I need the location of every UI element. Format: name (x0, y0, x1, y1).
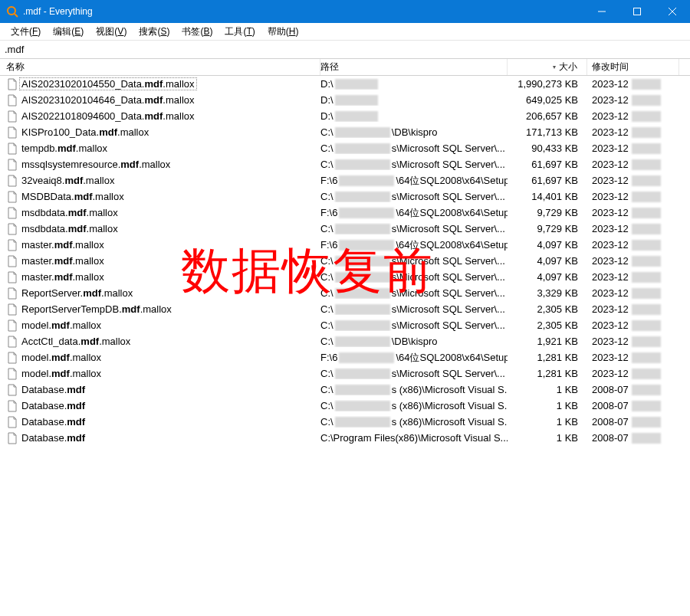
table-row[interactable]: AIS20231020104550_Data.mdf.malloxD:\1,99… (0, 76, 690, 92)
cell-path: C:\s\Microsoft SQL Server\... (320, 271, 508, 283)
file-name: ReportServerTempDB.mdf.mallox (21, 303, 172, 315)
file-name: AIS20231020104550_Data.mdf.mallox (19, 77, 197, 90)
cell-path: F:\6\64位SQL2008\x64\Setup... (320, 351, 508, 365)
file-name: master.mdf.mallox (21, 255, 104, 267)
cell-name: Database.mdf (0, 384, 320, 396)
menu-help[interactable]: 帮助(H) (261, 24, 305, 40)
menu-file[interactable]: 文件(F) (5, 24, 47, 40)
table-row[interactable]: MSDBData.mdf.malloxC:\s\Microsoft SQL Se… (0, 188, 690, 205)
table-row[interactable]: ReportServer.mdf.malloxC:\s\Microsoft SQ… (0, 285, 690, 301)
cell-name: AIS20231020104550_Data.mdf.mallox (0, 77, 320, 90)
svg-line-1 (15, 14, 18, 17)
file-icon (6, 110, 18, 123)
table-row[interactable]: AIS20221018094600_Data.mdf.malloxD:\206,… (0, 108, 690, 124)
menu-view[interactable]: 视图(V) (90, 24, 133, 40)
table-row[interactable]: master.mdf.malloxC:\s\Microsoft SQL Serv… (0, 253, 690, 269)
file-icon (6, 78, 18, 90)
menu-edit[interactable]: 编辑(E) (47, 24, 90, 40)
table-row[interactable]: Database.mdfC:\s (x86)\Microsoft Visual … (0, 382, 690, 398)
cell-size: 1 KB (508, 432, 587, 444)
cell-date: 2023-12 (587, 271, 679, 283)
cell-name: msdbdata.mdf.mallox (0, 223, 320, 235)
file-name: master.mdf.mallox (21, 271, 104, 283)
table-row[interactable]: tempdb.mdf.malloxC:\s\Microsoft SQL Serv… (0, 140, 690, 156)
menu-book[interactable]: 书签(B) (176, 24, 219, 40)
cell-name: MSDBData.mdf.mallox (0, 191, 320, 203)
table-row[interactable]: AcctCtl_data.mdf.malloxC:\\DB\kispro1,92… (0, 333, 690, 349)
cell-date: 2023-12 (587, 352, 679, 363)
table-row[interactable]: mssqlsystemresource.mdf.malloxC:\s\Micro… (0, 156, 690, 172)
cell-size: 9,729 KB (508, 223, 587, 234)
cell-size: 1,990,273 KB (508, 78, 587, 90)
close-button[interactable] (655, 0, 690, 23)
cell-size: 4,097 KB (508, 239, 587, 251)
file-icon (6, 319, 18, 332)
header-size[interactable]: ▾大小 (508, 59, 587, 75)
file-name: ReportServer.mdf.mallox (21, 287, 133, 299)
file-name: tempdb.mdf.mallox (21, 143, 107, 154)
table-row[interactable]: AIS20231020104646_Data.mdf.malloxD:\649,… (0, 92, 690, 108)
cell-date: 2023-12 (587, 175, 679, 186)
file-icon (6, 384, 18, 396)
search-input[interactable] (3, 42, 687, 57)
table-row[interactable]: model.mdf.malloxC:\s\Microsoft SQL Serve… (0, 365, 690, 382)
table-row[interactable]: Database.mdfC:\s (x86)\Microsoft Visual … (0, 398, 690, 414)
file-icon (6, 239, 18, 251)
table-row[interactable]: master.mdf.malloxC:\s\Microsoft SQL Serv… (0, 269, 690, 285)
table-row[interactable]: model.mdf.malloxF:\6\64位SQL2008\x64\Setu… (0, 349, 690, 365)
cell-path: C:\s\Microsoft SQL Server\... (320, 191, 508, 202)
file-icon (6, 416, 18, 428)
file-list[interactable]: AIS20231020104550_Data.mdf.malloxD:\1,99… (0, 76, 690, 446)
cell-name: Database.mdf (0, 432, 320, 444)
menu-search[interactable]: 搜索(S) (133, 24, 176, 40)
cell-path: C:\s\Microsoft SQL Server\... (320, 303, 508, 315)
cell-size: 61,697 KB (508, 175, 587, 186)
minimize-button[interactable] (584, 0, 619, 23)
maximize-button[interactable] (619, 0, 655, 23)
cell-name: AIS20221018094600_Data.mdf.mallox (0, 110, 320, 123)
table-row[interactable]: model.mdf.malloxC:\s\Microsoft SQL Serve… (0, 317, 690, 333)
svg-point-0 (8, 7, 15, 15)
file-icon (6, 94, 18, 106)
cell-size: 9,729 KB (508, 207, 587, 218)
table-row[interactable]: KISPro100_Data.mdf.malloxC:\\DB\kispro17… (0, 124, 690, 140)
table-row[interactable]: msdbdata.mdf.malloxC:\s\Microsoft SQL Se… (0, 221, 690, 237)
cell-date: 2023-12 (587, 143, 679, 154)
file-icon (6, 432, 18, 444)
table-row[interactable]: Database.mdfC:\Program Files (x86)\Micro… (0, 430, 690, 446)
file-icon (6, 271, 18, 283)
header-path[interactable]: 路径 (320, 59, 508, 75)
table-row[interactable]: msdbdata.mdf.malloxF:\6\64位SQL2008\x64\S… (0, 205, 690, 221)
file-icon (6, 207, 18, 219)
file-name: model.mdf.mallox (21, 352, 101, 363)
table-row[interactable]: Database.mdfC:\s (x86)\Microsoft Visual … (0, 414, 690, 430)
menu-tools[interactable]: 工具(T) (219, 24, 261, 40)
cell-path: C:\Program Files (x86)\Microsoft Visual … (320, 432, 508, 444)
file-icon (6, 303, 18, 316)
cell-name: msdbdata.mdf.mallox (0, 207, 320, 219)
file-name: Database.mdf (21, 432, 85, 444)
table-row[interactable]: ReportServerTempDB.mdf.malloxC:\s\Micros… (0, 301, 690, 317)
header-name[interactable]: 名称 (0, 59, 320, 75)
file-name: msdbdata.mdf.mallox (21, 223, 118, 234)
cell-size: 4,097 KB (508, 255, 587, 267)
cell-size: 2,305 KB (508, 303, 587, 315)
cell-path: C:\s (x86)\Microsoft Visual S... (320, 416, 508, 428)
header-date[interactable]: 修改时间 (587, 59, 679, 75)
file-name: model.mdf.mallox (21, 319, 101, 331)
file-name: MSDBData.mdf.mallox (21, 191, 124, 202)
cell-size: 90,433 KB (508, 143, 587, 154)
cell-path: C:\s\Microsoft SQL Server\... (320, 319, 508, 331)
svg-rect-3 (634, 8, 641, 15)
cell-date: 2008-07 (587, 432, 679, 444)
cell-date: 2023-12 (587, 287, 679, 299)
table-row[interactable]: 32veaiq8.mdf.malloxF:\6\64位SQL2008\x64\S… (0, 172, 690, 188)
table-row[interactable]: master.mdf.malloxF:\6\64位SQL2008\x64\Set… (0, 237, 690, 253)
cell-date: 2023-12 (587, 126, 679, 138)
cell-size: 61,697 KB (508, 159, 587, 170)
cell-name: model.mdf.mallox (0, 368, 320, 380)
cell-size: 649,025 KB (508, 94, 587, 106)
file-icon (6, 352, 18, 364)
cell-name: Database.mdf (0, 400, 320, 412)
file-icon (6, 255, 18, 267)
